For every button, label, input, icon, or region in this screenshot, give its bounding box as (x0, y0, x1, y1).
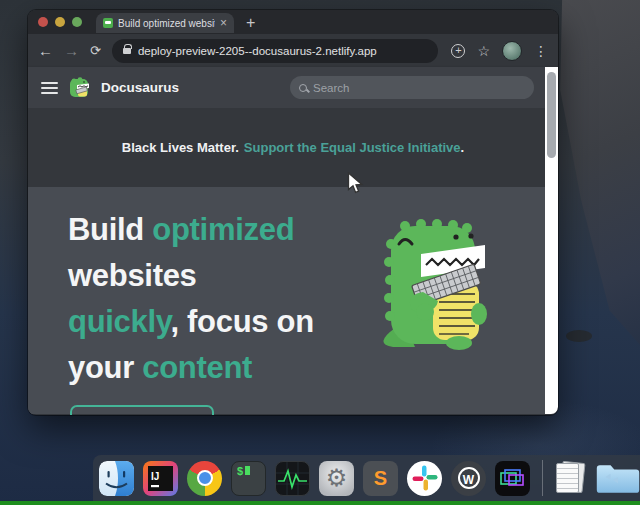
lock-icon (123, 48, 131, 54)
terminal-icon[interactable]: $ (231, 461, 266, 496)
mouse-cursor (347, 172, 364, 195)
scrollbar-thumb[interactable] (547, 72, 556, 158)
workplace-icon[interactable]: W (451, 461, 486, 496)
hero-section: Build optimizedwebsitesquickly, focus on… (28, 187, 558, 414)
intellij-idea-icon[interactable]: IJ (143, 461, 178, 496)
bookmark-star-icon[interactable]: ☆ (477, 43, 490, 59)
browser-menu-icon[interactable]: ⋮ (534, 43, 548, 59)
wallpaper-rock (566, 330, 592, 342)
tab-close-icon[interactable]: × (220, 17, 227, 29)
page-scrollbar[interactable] (545, 67, 558, 414)
finder-icon[interactable] (99, 461, 134, 496)
toolbar-actions: + ☆ ⋮ (451, 41, 548, 61)
announcement-link[interactable]: Support the Equal Justice Initiative (244, 140, 461, 155)
address-bar[interactable]: deploy-preview-2205--docusaurus-2.netlif… (112, 39, 439, 63)
hero-title: Build optimizedwebsitesquickly, focus on… (68, 207, 398, 391)
browser-toolbar: ← → ⟳ deploy-preview-2205--docusaurus-2.… (28, 33, 558, 67)
screen-capture-icon[interactable] (495, 461, 530, 496)
get-started-button[interactable] (70, 405, 214, 415)
new-tab-button[interactable]: + (246, 13, 255, 33)
system-preferences-icon[interactable]: ⚙ (319, 461, 354, 496)
circle-plus-icon[interactable]: + (451, 44, 465, 58)
gear-icon: ⚙ (326, 466, 348, 490)
dock-divider (542, 460, 543, 496)
wallpaper-cliff (545, 0, 640, 345)
announcement-bar: Black Lives Matter. Support the Equal Ju… (28, 108, 558, 187)
sublime-text-icon[interactable]: S (363, 461, 398, 496)
screen-bottom-strip (0, 501, 640, 505)
dock: IJ $ ⚙ S (93, 455, 640, 501)
tab-title: Build optimized websites quic (118, 18, 215, 29)
docusaurus-favicon-icon (103, 18, 113, 28)
search-icon (299, 84, 307, 92)
zoom-window-button[interactable] (72, 17, 82, 27)
chrome-icon[interactable] (187, 461, 222, 496)
announcement-suffix: . (461, 140, 465, 155)
announcement-text: Black Lives Matter. (122, 140, 239, 155)
page-content: Docusaurus Black Lives Matter. Support t… (28, 67, 558, 414)
dinosaur-mascot-illustration (363, 212, 498, 352)
docusaurus-logo-icon[interactable] (68, 76, 91, 99)
browser-window: Build optimized websites quic × + ← → ⟳ … (28, 10, 558, 415)
reload-icon[interactable]: ⟳ (90, 44, 101, 57)
downloads-folder-icon[interactable] (594, 461, 640, 496)
browser-titlebar: Build optimized websites quic × + (28, 10, 558, 33)
browser-tab[interactable]: Build optimized websites quic × (96, 13, 234, 33)
profile-avatar[interactable] (502, 41, 522, 61)
back-icon[interactable]: ← (38, 43, 53, 58)
search-box[interactable] (290, 76, 534, 99)
activity-monitor-icon[interactable] (275, 461, 310, 496)
url-text: deploy-preview-2205--docusaurus-2.netlif… (138, 45, 377, 57)
close-window-button[interactable] (38, 17, 48, 27)
documents-stack-icon[interactable] (555, 461, 585, 495)
forward-icon[interactable]: → (64, 43, 79, 58)
site-navbar: Docusaurus (28, 67, 558, 108)
hamburger-menu-icon[interactable] (41, 82, 58, 94)
svg-text:IJ: IJ (151, 471, 159, 482)
minimize-window-button[interactable] (55, 17, 65, 27)
brand-title[interactable]: Docusaurus (101, 80, 179, 95)
search-input[interactable] (313, 82, 525, 94)
slack-icon[interactable] (407, 461, 442, 496)
traffic-lights (38, 10, 82, 33)
desktop: Build optimized websites quic × + ← → ⟳ … (0, 0, 640, 505)
